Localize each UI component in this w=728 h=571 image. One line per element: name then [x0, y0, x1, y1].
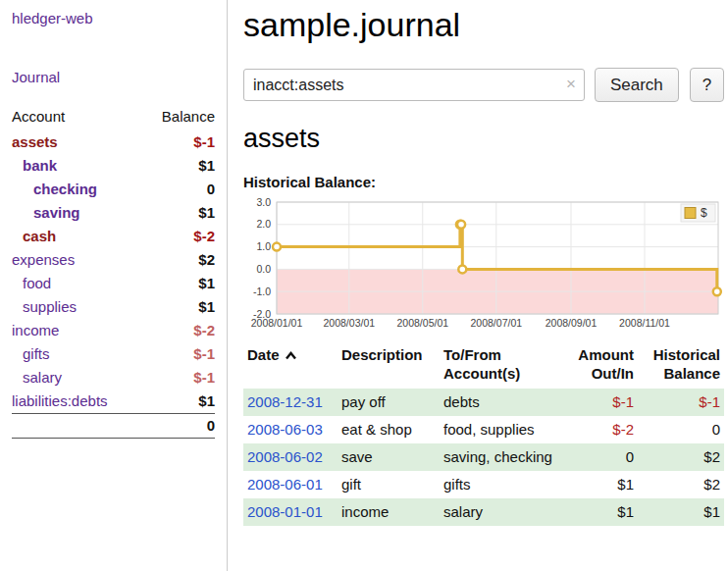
account-balance: $-1	[142, 366, 215, 389]
help-button[interactable]: ?	[690, 68, 724, 102]
register-header-row: Date Description To/From Account(s) Amou…	[243, 343, 724, 389]
transaction-description: gift	[338, 471, 440, 498]
transaction-accounts: gifts	[440, 471, 557, 498]
search-button[interactable]: Search	[595, 68, 679, 102]
account-row: supplies$1	[12, 295, 215, 319]
account-row: assets$-1	[12, 130, 215, 154]
account-balance: $1	[142, 154, 215, 178]
transaction-date-link[interactable]: 2008-06-02	[247, 448, 323, 465]
svg-text:2008/11/01: 2008/11/01	[619, 317, 670, 329]
account-balance: 0	[142, 178, 215, 201]
register-header-balance: Historical Balance	[638, 343, 724, 389]
accounts-header-balance: Balance	[142, 105, 215, 130]
svg-text:2008/01/01: 2008/01/01	[251, 317, 303, 329]
clear-search-icon[interactable]: ×	[566, 76, 576, 93]
transaction-amount: $1	[557, 498, 638, 526]
register-row: 2008-12-31pay offdebts$-1$-1	[243, 389, 724, 416]
transaction-amount: 0	[557, 443, 638, 471]
search-input-wrap: ×	[243, 69, 585, 101]
transaction-accounts: debts	[440, 389, 557, 416]
account-row: food$1	[12, 272, 215, 295]
account-row: saving$1	[12, 201, 215, 225]
transaction-date-link[interactable]: 2008-06-01	[247, 476, 323, 493]
register-row: 2008-06-03eat & shopfood, supplies$-20	[243, 416, 724, 443]
transaction-date-link[interactable]: 2008-01-01	[247, 503, 323, 520]
search-bar: × Search ?	[243, 68, 724, 102]
svg-text:2008/09/01: 2008/09/01	[546, 317, 598, 329]
account-link[interactable]: assets	[12, 133, 58, 150]
transaction-accounts: food, supplies	[440, 416, 557, 443]
account-balance: $1	[142, 272, 215, 295]
svg-text:3.0: 3.0	[256, 196, 271, 208]
account-row: checking0	[12, 178, 215, 201]
register-table-body: 2008-12-31pay offdebts$-1$-12008-06-03ea…	[243, 389, 724, 526]
svg-text:2008/03/01: 2008/03/01	[324, 317, 376, 329]
account-balance: $-2	[142, 319, 215, 342]
account-link[interactable]: salary	[23, 369, 62, 386]
account-balance: $1	[142, 389, 215, 414]
account-row: gifts$-1	[12, 342, 215, 366]
register-header-accounts: To/From Account(s)	[440, 343, 557, 389]
transaction-amount: $-1	[557, 389, 638, 416]
account-link[interactable]: bank	[23, 157, 57, 174]
account-link[interactable]: gifts	[23, 345, 50, 362]
transaction-date-link[interactable]: 2008-12-31	[247, 393, 323, 410]
svg-text:-1.0: -1.0	[253, 286, 271, 297]
register-header-date[interactable]: Date	[243, 343, 338, 389]
transaction-description: income	[338, 498, 440, 526]
svg-text:$: $	[701, 206, 707, 220]
transaction-accounts: saving, checking	[440, 443, 557, 471]
account-balance: $-1	[142, 130, 215, 154]
transaction-balance: 0	[638, 416, 724, 443]
accounts-header-row: Account Balance	[12, 105, 215, 130]
account-balance: $1	[142, 295, 215, 319]
account-link[interactable]: checking	[33, 181, 97, 197]
register-header-description: Description	[338, 343, 440, 389]
register-row: 2008-01-01incomesalary$1$1	[243, 498, 724, 526]
accounts-total-row: 0	[12, 414, 215, 439]
transaction-balance: $2	[638, 443, 724, 471]
search-input[interactable]	[243, 69, 585, 101]
account-link[interactable]: cash	[23, 228, 56, 244]
account-link[interactable]: supplies	[23, 298, 77, 315]
transaction-date-link[interactable]: 2008-06-03	[247, 421, 323, 438]
account-row: salary$-1	[12, 366, 215, 389]
account-row: expenses$2	[12, 248, 215, 272]
svg-text:0.0: 0.0	[256, 263, 271, 275]
accounts-table: Account Balance assets$-1bank$1checking0…	[12, 105, 215, 439]
account-link[interactable]: income	[12, 322, 59, 338]
account-row: bank$1	[12, 154, 215, 178]
account-row: cash$-2	[12, 225, 215, 248]
account-link[interactable]: food	[23, 275, 51, 291]
register-header-amount: Amount Out/In	[557, 343, 638, 389]
register-header-date-label: Date	[247, 346, 280, 363]
svg-text:2008/07/01: 2008/07/01	[471, 317, 523, 329]
app-title-link[interactable]: hledger-web	[12, 10, 93, 26]
chart-heading: Historical Balance:	[243, 174, 724, 190]
account-balance: $2	[142, 248, 215, 272]
accounts-table-body: assets$-1bank$1checking0saving$1cash$-2e…	[12, 130, 215, 414]
transaction-balance: $-1	[638, 389, 724, 416]
register-table: Date Description To/From Account(s) Amou…	[243, 343, 724, 526]
transaction-balance: $1	[638, 498, 724, 526]
sidebar: hledger-web Journal Account Balance asse…	[0, 0, 228, 571]
transaction-balance: $2	[638, 471, 724, 498]
sidebar-item-journal[interactable]: Journal	[12, 69, 215, 85]
transaction-amount: $-2	[557, 416, 638, 443]
transaction-description: pay off	[338, 389, 440, 416]
register-row: 2008-06-02savesaving, checking0$2	[243, 443, 724, 471]
account-link[interactable]: saving	[33, 204, 80, 221]
account-row: income$-2	[12, 319, 215, 342]
transaction-accounts: salary	[440, 498, 557, 526]
account-balance: $1	[142, 201, 215, 225]
transaction-description: save	[338, 443, 440, 471]
account-balance: $-2	[142, 225, 215, 248]
accounts-total-balance: 0	[142, 414, 215, 439]
svg-text:2008/05/01: 2008/05/01	[397, 317, 449, 329]
account-link[interactable]: expenses	[12, 251, 75, 268]
account-link[interactable]: liabilities:debts	[12, 392, 108, 409]
register-row: 2008-06-01giftgifts$1$2	[243, 471, 724, 498]
main-content: sample.journal × Search ? assets Histori…	[243, 0, 724, 526]
transaction-description: eat & shop	[338, 416, 440, 443]
sort-ascending-icon	[285, 351, 297, 360]
